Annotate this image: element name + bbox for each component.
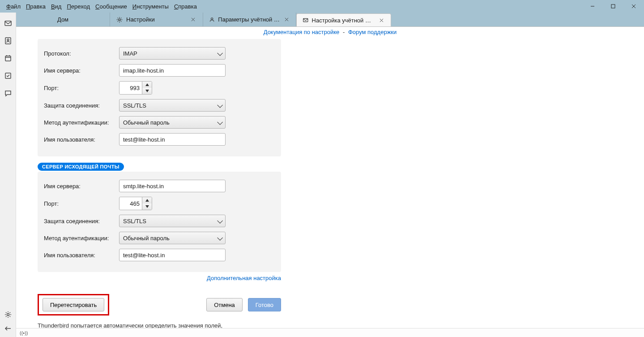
outgoing-hostname-input[interactable] <box>119 180 226 192</box>
outgoing-section: Имя сервера: Порт: <box>38 172 281 272</box>
svg-rect-20 <box>303 18 308 22</box>
menu-tools[interactable]: Инструменты <box>130 1 171 12</box>
incoming-security-select[interactable]: SSL/TLS <box>119 99 226 112</box>
hint-autodetect: Thunderbird попытается автоматически опр… <box>38 322 226 328</box>
tab-account-params[interactable]: Параметры учётной запис… <box>203 13 296 26</box>
svg-point-17 <box>211 17 213 19</box>
tab-settings[interactable]: Настройки <box>110 13 203 26</box>
svg-marker-26 <box>145 205 149 208</box>
incoming-port-label: Порт: <box>44 85 119 91</box>
menu-go[interactable]: Переход <box>64 1 93 12</box>
outgoing-badge: СЕРВЕР ИСХОДЯЩЕЙ ПОЧТЫ <box>38 163 124 171</box>
content-area: Документация по настройке - Форум поддер… <box>16 27 644 328</box>
tab-home-label: Дом <box>57 16 68 23</box>
outgoing-security-select[interactable]: SSL/TLS <box>119 215 226 227</box>
outgoing-auth-select[interactable]: Обычный пароль <box>119 232 226 244</box>
protocol-label: Протокол: <box>44 50 119 57</box>
tab-settings-close[interactable] <box>189 16 196 23</box>
incoming-port-up[interactable] <box>142 82 152 88</box>
incoming-auth-label: Метод аутентификации: <box>44 119 119 126</box>
calendar-icon[interactable] <box>4 55 12 63</box>
incoming-hostname-input[interactable] <box>119 64 226 77</box>
tab-account-params-close[interactable] <box>284 16 290 23</box>
outgoing-username-input[interactable] <box>119 249 226 261</box>
svg-marker-25 <box>145 199 149 202</box>
menu-view[interactable]: Вид <box>48 1 64 12</box>
spaces-toolbar <box>0 13 16 337</box>
menubar: Файл Правка Вид Переход Сообщение Инстру… <box>0 0 644 13</box>
svg-point-12 <box>7 314 9 316</box>
svg-point-6 <box>7 39 9 41</box>
menu-help[interactable]: Справка <box>171 1 200 12</box>
mail-setup-icon <box>303 17 308 23</box>
incoming-username-input[interactable] <box>119 133 226 146</box>
tab-account-params-label: Параметры учётной запис… <box>218 16 280 23</box>
tab-account-setup-close[interactable] <box>379 17 384 24</box>
done-button[interactable]: Готово <box>248 298 281 311</box>
outgoing-hostname-label: Имя сервера: <box>44 183 119 190</box>
window-minimize-button[interactable] <box>582 0 603 13</box>
statusbar: ((•)) <box>16 328 644 337</box>
incoming-port-down[interactable] <box>142 88 152 94</box>
outgoing-security-label: Защита соединения: <box>44 218 119 225</box>
advanced-config-link[interactable]: Дополнительная настройка <box>207 275 281 281</box>
window-maximize-button[interactable] <box>603 0 623 13</box>
account-icon <box>209 17 214 23</box>
outgoing-port-up[interactable] <box>142 197 152 203</box>
svg-marker-23 <box>145 83 149 86</box>
retest-highlight-box: Перетестировать <box>38 294 109 315</box>
outgoing-username-label: Имя пользователя: <box>44 252 119 259</box>
support-forum-link[interactable]: Форум поддержки <box>348 29 397 35</box>
tasks-icon[interactable] <box>4 72 12 81</box>
svg-rect-7 <box>5 56 11 61</box>
incoming-port-input[interactable] <box>119 82 142 94</box>
settings-gear-icon[interactable] <box>4 311 12 320</box>
incoming-username-label: Имя пользователя: <box>44 136 119 143</box>
incoming-security-label: Защита соединения: <box>44 102 119 109</box>
incoming-auth-select[interactable]: Обычный пароль <box>119 116 226 129</box>
retest-button[interactable]: Перетестировать <box>43 298 104 311</box>
tabbar: Дом Настройки Параметры учётной запис… Н… <box>16 13 644 27</box>
gear-icon <box>116 17 123 23</box>
menu-edit[interactable]: Правка <box>23 1 48 12</box>
tab-home[interactable]: Дом <box>16 13 110 26</box>
outgoing-auth-label: Метод аутентификации: <box>44 235 119 242</box>
tab-account-setup-label: Настройка учётной записи <box>312 17 371 24</box>
outgoing-port-input[interactable] <box>119 197 142 210</box>
svg-rect-4 <box>5 21 11 26</box>
chat-icon[interactable] <box>4 90 12 98</box>
outgoing-port-down[interactable] <box>142 203 152 210</box>
incoming-section: Протокол: IMAP Имя сервера: <box>38 39 281 156</box>
address-book-icon[interactable] <box>4 37 12 46</box>
cancel-button[interactable]: Отмена <box>206 298 243 311</box>
window-close-button[interactable] <box>623 0 644 13</box>
svg-point-14 <box>119 18 120 20</box>
svg-marker-24 <box>145 90 149 92</box>
menu-file[interactable]: Файл <box>4 1 23 12</box>
tab-settings-label: Настройки <box>126 16 155 23</box>
svg-rect-1 <box>611 4 615 8</box>
online-status-icon[interactable]: ((•)) <box>20 330 28 336</box>
incoming-hostname-label: Имя сервера: <box>44 67 119 74</box>
menu-message[interactable]: Сообщение <box>93 1 130 12</box>
collapse-icon[interactable] <box>4 325 12 333</box>
protocol-select[interactable]: IMAP <box>119 47 226 60</box>
help-links: Документация по настройке - Форум поддер… <box>16 27 644 36</box>
setup-docs-link[interactable]: Документация по настройке <box>264 29 340 35</box>
mail-icon[interactable] <box>4 20 12 28</box>
tab-account-setup[interactable]: Настройка учётной записи <box>296 13 391 26</box>
outgoing-port-label: Порт: <box>44 200 119 207</box>
